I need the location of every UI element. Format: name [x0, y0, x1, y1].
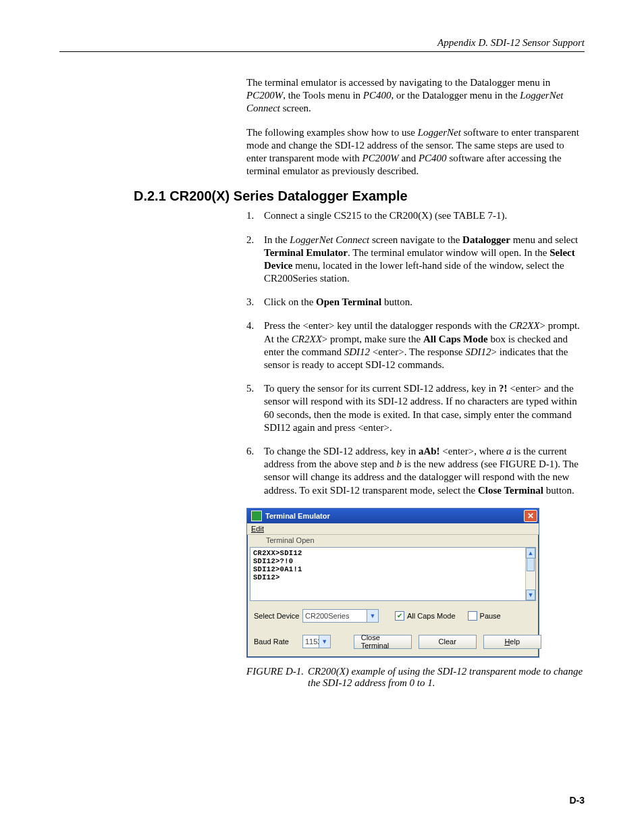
- checkbox-icon: [468, 611, 477, 621]
- baud-rate-combo[interactable]: 115200 ▼: [302, 635, 331, 648]
- help-button[interactable]: Help: [483, 635, 541, 649]
- pause-label: Pause: [480, 612, 501, 620]
- chevron-down-icon[interactable]: ▼: [319, 635, 330, 648]
- page-number: D-3: [569, 795, 585, 806]
- select-device-label: Select Device: [254, 612, 302, 620]
- terminal-emulator-window: Terminal Emulator ✕ Edit Terminal Open C…: [246, 508, 539, 658]
- terminal-output[interactable]: CR2XX>SDI12 SDI12>?!0 SDI12>0A1!1 SDI12>…: [250, 547, 536, 601]
- running-header: Appendix D. SDI-12 Sensor Support: [59, 37, 585, 49]
- close-icon[interactable]: ✕: [524, 510, 537, 522]
- baud-rate-label: Baud Rate: [254, 637, 302, 646]
- controls-panel: Select Device CR200Series ▼ ✔ All Caps M…: [247, 602, 539, 657]
- list-item: 5. To query the sensor for its current S…: [246, 382, 585, 434]
- intro-paragraph-2: The following examples show how to use L…: [246, 126, 585, 178]
- figure-caption: FIGURE D-1. CR200(X) example of using th…: [246, 666, 585, 689]
- allcaps-label: All Caps Mode: [407, 612, 456, 620]
- checkbox-icon: ✔: [395, 611, 404, 621]
- list-item: 6. To change the SDI-12 address, key in …: [246, 445, 585, 497]
- section-heading: D.2.1 CR200(X) Series Datalogger Example: [134, 188, 585, 204]
- allcaps-checkbox[interactable]: ✔ All Caps Mode: [395, 611, 456, 621]
- terminal-text: CR2XX>SDI12 SDI12>?!0 SDI12>0A1!1 SDI12>: [250, 548, 535, 583]
- clear-button[interactable]: Clear: [419, 635, 477, 649]
- close-terminal-button[interactable]: Close Terminal: [354, 635, 412, 649]
- list-item: 3. Click on the Open Terminal button.: [246, 296, 585, 309]
- scroll-down-icon[interactable]: ▼: [526, 590, 535, 600]
- window-titlebar[interactable]: Terminal Emulator ✕: [247, 509, 539, 523]
- select-device-value: CR200Series: [305, 612, 349, 620]
- intro-paragraph-1: The terminal emulator is accessed by nav…: [246, 76, 585, 115]
- menu-edit-rest[interactable]: dit: [256, 525, 264, 533]
- numbered-list: 1.Connect a single CS215 to the CR200(X)…: [246, 209, 585, 496]
- list-item: 1.Connect a single CS215 to the CR200(X)…: [246, 209, 585, 222]
- select-device-combo[interactable]: CR200Series ▼: [302, 609, 379, 623]
- app-icon: [251, 511, 262, 521]
- list-item: 2. In the LoggerNet Connect screen navig…: [246, 234, 585, 286]
- scroll-thumb[interactable]: [527, 558, 535, 571]
- pause-checkbox[interactable]: Pause: [468, 611, 501, 621]
- scroll-up-icon[interactable]: ▲: [526, 548, 535, 558]
- menu-bar: Edit: [247, 523, 539, 535]
- header-rule: [59, 51, 585, 52]
- list-item: 4. Press the <enter> key until the datal…: [246, 319, 585, 371]
- chevron-down-icon[interactable]: ▼: [367, 610, 378, 622]
- status-line: Terminal Open: [247, 535, 539, 546]
- scrollbar[interactable]: ▲ ▼: [525, 548, 535, 600]
- window-title: Terminal Emulator: [265, 512, 524, 520]
